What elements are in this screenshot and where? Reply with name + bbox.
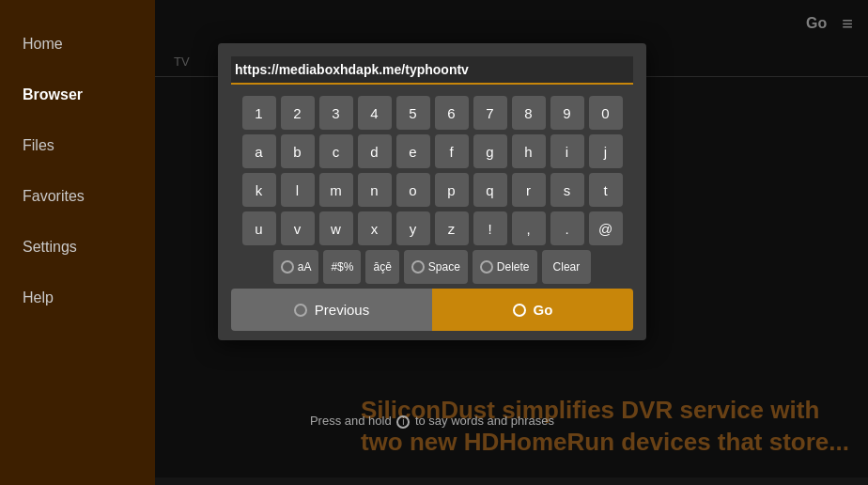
keyboard-row-kt: k l m n o p q r s t xyxy=(231,173,633,207)
keyboard-action-row: aA #$% āçē Space Delete Clear xyxy=(231,250,633,284)
key-g[interactable]: g xyxy=(473,134,507,168)
keyboard-bottom-row: Previous Go xyxy=(231,289,633,331)
key-at[interactable]: @ xyxy=(589,211,623,245)
key-f[interactable]: f xyxy=(435,134,469,168)
key-1[interactable]: 1 xyxy=(242,96,276,130)
delete-icon xyxy=(480,260,493,274)
symbols-key[interactable]: #$% xyxy=(323,250,361,284)
keyboard-overlay: 1 2 3 4 5 6 7 8 9 0 a b c d e f g h i j … xyxy=(218,43,646,340)
key-k[interactable]: k xyxy=(242,173,276,207)
key-3[interactable]: 3 xyxy=(319,96,353,130)
key-y[interactable]: y xyxy=(396,211,430,245)
sidebar: Home Browser Files Favorites Settings He… xyxy=(0,0,155,485)
key-period[interactable]: . xyxy=(550,211,584,245)
key-x[interactable]: x xyxy=(358,211,392,245)
accents-key[interactable]: āçē xyxy=(365,250,398,284)
key-n[interactable]: n xyxy=(358,173,392,207)
key-e[interactable]: e xyxy=(396,134,430,168)
delete-key[interactable]: Delete xyxy=(473,250,537,284)
key-c[interactable]: c xyxy=(319,134,353,168)
sidebar-item-favorites[interactable]: Favorites xyxy=(0,171,155,222)
go-icon xyxy=(513,304,526,317)
caps-key[interactable]: aA xyxy=(273,250,319,284)
keyboard-row-aj: a b c d e f g h i j xyxy=(231,134,633,168)
prev-icon xyxy=(294,304,307,317)
key-o[interactable]: o xyxy=(396,173,430,207)
sidebar-item-help[interactable]: Help xyxy=(0,273,155,323)
key-a[interactable]: a xyxy=(242,134,276,168)
key-d[interactable]: d xyxy=(358,134,392,168)
key-l[interactable]: l xyxy=(281,173,315,207)
sidebar-item-home[interactable]: Home xyxy=(0,19,155,70)
keyboard-number-row: 1 2 3 4 5 6 7 8 9 0 xyxy=(231,96,633,130)
sidebar-item-files[interactable]: Files xyxy=(0,120,155,171)
caps-icon xyxy=(281,260,294,274)
key-h[interactable]: h xyxy=(512,134,546,168)
key-4[interactable]: 4 xyxy=(358,96,392,130)
key-u[interactable]: u xyxy=(242,211,276,245)
key-z[interactable]: z xyxy=(435,211,469,245)
url-input[interactable] xyxy=(231,56,633,85)
key-t[interactable]: t xyxy=(589,173,623,207)
key-r[interactable]: r xyxy=(512,173,546,207)
go-button[interactable]: Go xyxy=(432,289,633,331)
key-comma[interactable]: , xyxy=(512,211,546,245)
keyboard-hint: Press and hold i to say words and phrase… xyxy=(218,414,646,429)
previous-button[interactable]: Previous xyxy=(231,289,432,331)
key-b[interactable]: b xyxy=(281,134,315,168)
key-2[interactable]: 2 xyxy=(281,96,315,130)
clear-key[interactable]: Clear xyxy=(542,250,592,284)
key-9[interactable]: 9 xyxy=(550,96,584,130)
space-key[interactable]: Space xyxy=(404,250,468,284)
key-7[interactable]: 7 xyxy=(473,96,507,130)
key-m[interactable]: m xyxy=(319,173,353,207)
key-0[interactable]: 0 xyxy=(589,96,623,130)
key-8[interactable]: 8 xyxy=(512,96,546,130)
key-5[interactable]: 5 xyxy=(396,96,430,130)
key-j[interactable]: j xyxy=(589,134,623,168)
key-p[interactable]: p xyxy=(435,173,469,207)
sidebar-item-browser[interactable]: Browser xyxy=(0,70,155,120)
hint-icon: i xyxy=(396,415,410,429)
key-i[interactable]: i xyxy=(550,134,584,168)
key-w[interactable]: w xyxy=(319,211,353,245)
key-q[interactable]: q xyxy=(473,173,507,207)
keyboard-row-uz: u v w x y z ! , . @ xyxy=(231,211,633,245)
key-v[interactable]: v xyxy=(281,211,315,245)
sidebar-item-settings[interactable]: Settings xyxy=(0,222,155,273)
key-exclaim[interactable]: ! xyxy=(473,211,507,245)
space-icon xyxy=(411,260,425,274)
key-s[interactable]: s xyxy=(550,173,584,207)
key-6[interactable]: 6 xyxy=(435,96,469,130)
